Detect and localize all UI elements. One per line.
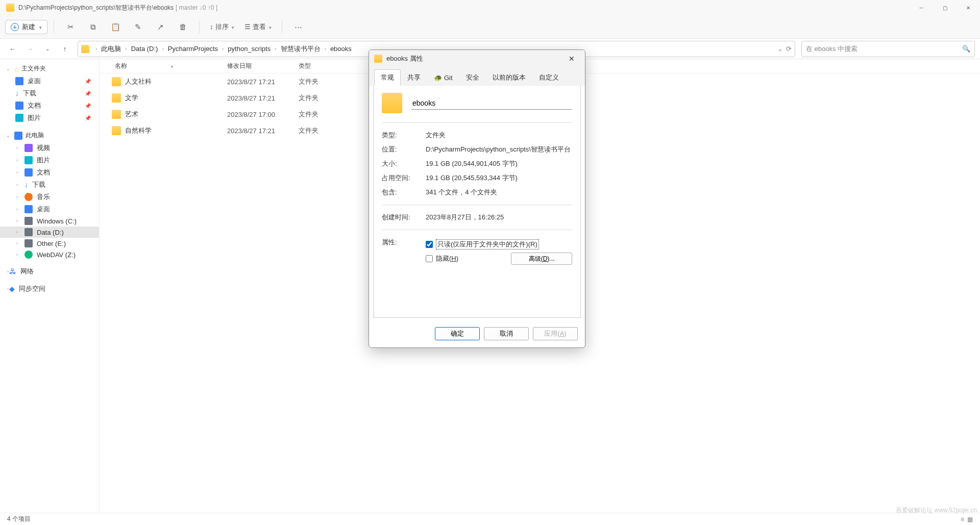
sidebar-documents2[interactable]: ›文档	[0, 166, 99, 179]
copy-icon[interactable]: ⧉	[83, 19, 103, 35]
file-date: 2023/8/27 17:21	[227, 127, 299, 135]
paste-icon[interactable]: 📋	[105, 19, 126, 35]
prop-contains: 341 个文件，4 个文件夹	[426, 188, 572, 197]
back-button[interactable]: ←	[5, 41, 20, 57]
sidebar-drive-c[interactable]: ›Windows (C:)	[0, 215, 99, 227]
sidebar-sync[interactable]: ›◆同步空间	[0, 283, 99, 295]
folder-icon	[81, 45, 89, 53]
advanced-button[interactable]: 高级(D)...	[511, 253, 572, 265]
share-icon[interactable]: ↗	[150, 19, 170, 35]
ok-button[interactable]: 确定	[435, 327, 480, 340]
folder-name-input[interactable]	[411, 97, 572, 110]
pin-icon: 📌	[85, 103, 93, 109]
folder-icon	[112, 110, 121, 119]
file-type: 文件夹	[299, 77, 350, 86]
plus-icon: +	[11, 23, 19, 31]
delete-icon[interactable]: 🗑	[173, 19, 193, 35]
document-icon	[24, 168, 33, 177]
cut-icon[interactable]: ✂	[60, 19, 81, 35]
dialog-close-button[interactable]: ✕	[564, 50, 580, 67]
disk-icon	[24, 228, 33, 236]
chevron-down-icon	[268, 23, 272, 31]
readonly-checkbox[interactable]	[426, 241, 433, 248]
new-label: 新建	[22, 22, 35, 32]
sidebar-music[interactable]: ›音乐	[0, 191, 99, 203]
crumb[interactable]: Data (D:)	[129, 44, 160, 54]
sidebar: ⌄⌂主文件夹 桌面📌 ↓下载📌 文档📌 图片📌 ⌄此电脑 ›视频 ›图片 ›文档…	[0, 59, 100, 513]
file-date: 2023/8/27 17:21	[227, 78, 299, 86]
sidebar-downloads2[interactable]: ›↓下载	[0, 179, 99, 191]
folder-icon-large	[382, 93, 402, 113]
document-icon	[15, 102, 23, 110]
disk-icon	[24, 217, 33, 225]
folder-icon	[112, 126, 121, 135]
grid-view-icon[interactable]: ▦	[967, 516, 973, 523]
rename-icon[interactable]: ✎	[128, 19, 148, 35]
dialog-titlebar[interactable]: ebooks 属性 ✕	[369, 50, 585, 67]
sidebar-desktop[interactable]: 桌面📌	[0, 75, 99, 87]
sidebar-home[interactable]: ⌄⌂主文件夹	[0, 62, 99, 75]
disk-icon	[24, 239, 33, 247]
file-name: 人文社科	[125, 77, 152, 86]
crumb[interactable]: PycharmProjects	[166, 44, 220, 54]
close-button[interactable]: ✕	[957, 0, 980, 15]
pin-icon: 📌	[85, 79, 93, 84]
crumb[interactable]: ebooks	[328, 44, 354, 54]
pictures-icon	[15, 114, 23, 122]
new-button[interactable]: + 新建	[5, 20, 47, 34]
sidebar-drive-d[interactable]: ›Data (D:)	[0, 227, 99, 238]
dropdown-icon[interactable]: ⌄	[777, 45, 783, 53]
sidebar-drive-e[interactable]: ›Other (E:)	[0, 238, 99, 249]
sidebar-thispc[interactable]: ⌄此电脑	[0, 129, 99, 142]
git-icon: 🐢	[434, 74, 442, 82]
tab-custom[interactable]: 自定义	[532, 69, 566, 86]
apply-button[interactable]: 应用(A)	[533, 327, 578, 340]
recent-button[interactable]: ⌄	[40, 41, 55, 57]
tab-security[interactable]: 安全	[459, 69, 486, 86]
dialog-tabs: 常规 共享 🐢Git 安全 以前的版本 自定义	[369, 67, 585, 86]
sort-button[interactable]: ↕ 排序	[206, 20, 238, 34]
tab-git[interactable]: 🐢Git	[427, 69, 459, 86]
details-view-icon[interactable]: ≡	[961, 516, 964, 523]
sort-icon: ↕	[210, 23, 213, 31]
tab-previous[interactable]: 以前的版本	[486, 69, 532, 86]
folder-icon	[112, 77, 121, 86]
file-date: 2023/8/27 17:21	[227, 94, 299, 102]
crumb[interactable]: python_scripts	[226, 44, 273, 54]
cancel-button[interactable]: 取消	[484, 327, 529, 340]
refresh-icon[interactable]: ⟳	[786, 45, 792, 53]
sidebar-network[interactable]: ›🖧网络	[0, 265, 99, 278]
sidebar-downloads[interactable]: ↓下载📌	[0, 87, 99, 99]
crumb[interactable]: 智慧读书平台	[279, 43, 323, 55]
sidebar-pictures[interactable]: 图片📌	[0, 112, 99, 124]
maximize-button[interactable]: ▢	[933, 0, 957, 15]
prop-type: 文件夹	[426, 131, 572, 140]
sidebar-video[interactable]: ›视频	[0, 142, 99, 154]
up-button[interactable]: ↑	[57, 41, 72, 57]
forward-button[interactable]: →	[22, 41, 38, 57]
file-type: 文件夹	[299, 93, 350, 103]
tab-general[interactable]: 常规	[374, 69, 401, 86]
sidebar-desktop2[interactable]: ›桌面	[0, 203, 99, 215]
search-input[interactable]: 在 ebooks 中搜索 🔍	[801, 41, 975, 57]
desktop-icon	[24, 205, 33, 213]
file-name: 艺术	[125, 110, 138, 119]
video-icon	[24, 144, 33, 152]
readonly-label: 只读(仅应用于文件夹中的文件)(R)	[436, 239, 539, 249]
sidebar-documents[interactable]: 文档📌	[0, 99, 99, 112]
sidebar-webdav[interactable]: ›WebDAV (Z:)	[0, 249, 99, 260]
folder-icon	[374, 55, 382, 63]
more-icon[interactable]: ⋯	[288, 19, 309, 35]
tab-share[interactable]: 共享	[401, 69, 427, 86]
view-button[interactable]: ☰ 查看	[240, 20, 276, 34]
hidden-checkbox[interactable]	[426, 255, 433, 262]
status-bar: 4 个项目 ≡ ▦	[0, 513, 980, 525]
minimize-button[interactable]: ─	[910, 0, 933, 15]
file-name: 文学	[125, 93, 138, 103]
crumb[interactable]: 此电脑	[99, 43, 123, 55]
properties-dialog: ebooks 属性 ✕ 常规 共享 🐢Git 安全 以前的版本 自定义 类型:文…	[369, 49, 585, 348]
pc-icon	[14, 132, 22, 140]
search-icon: 🔍	[962, 45, 970, 53]
dialog-title: ebooks 属性	[386, 54, 423, 63]
sidebar-pictures2[interactable]: ›图片	[0, 154, 99, 166]
